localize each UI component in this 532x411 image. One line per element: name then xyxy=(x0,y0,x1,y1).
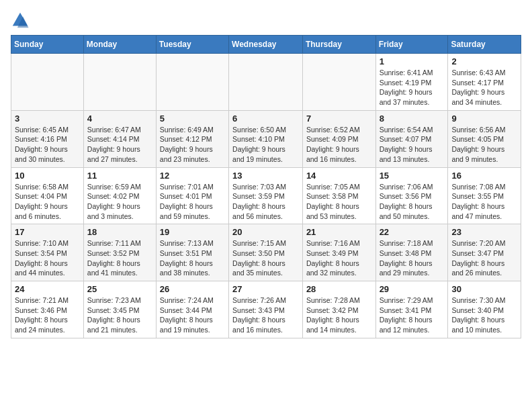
day-info: Sunrise: 7:03 AM Sunset: 3:59 PM Dayligh… xyxy=(232,182,299,222)
day-info: Sunrise: 7:28 AM Sunset: 3:42 PM Dayligh… xyxy=(306,295,372,335)
day-number: 23 xyxy=(451,227,517,237)
day-cell: 4Sunrise: 6:47 AM Sunset: 4:14 PM Daylig… xyxy=(83,110,156,167)
day-number: 14 xyxy=(306,171,372,181)
day-cell: 28Sunrise: 7:28 AM Sunset: 3:42 PM Dayli… xyxy=(302,281,375,338)
header xyxy=(11,11,521,30)
day-number: 6 xyxy=(232,113,299,124)
day-info: Sunrise: 7:21 AM Sunset: 3:46 PM Dayligh… xyxy=(15,295,80,335)
day-cell: 21Sunrise: 7:16 AM Sunset: 3:49 PM Dayli… xyxy=(302,224,375,281)
col-header-thursday: Thursday xyxy=(302,36,375,54)
day-cell: 1Sunrise: 6:41 AM Sunset: 4:19 PM Daylig… xyxy=(375,54,448,111)
day-cell: 18Sunrise: 7:11 AM Sunset: 3:52 PM Dayli… xyxy=(83,224,156,281)
day-number: 18 xyxy=(87,227,152,237)
day-number: 26 xyxy=(160,284,225,294)
day-number: 29 xyxy=(380,284,445,294)
day-info: Sunrise: 7:29 AM Sunset: 3:41 PM Dayligh… xyxy=(380,295,445,335)
week-row-1: 1Sunrise: 6:41 AM Sunset: 4:19 PM Daylig… xyxy=(11,54,521,111)
week-row-2: 3Sunrise: 6:45 AM Sunset: 4:16 PM Daylig… xyxy=(11,110,521,167)
day-number: 3 xyxy=(15,113,80,124)
day-cell: 14Sunrise: 7:05 AM Sunset: 3:58 PM Dayli… xyxy=(302,167,375,224)
day-info: Sunrise: 7:18 AM Sunset: 3:48 PM Dayligh… xyxy=(380,238,445,278)
day-info: Sunrise: 7:24 AM Sunset: 3:44 PM Dayligh… xyxy=(160,295,225,335)
day-cell: 19Sunrise: 7:13 AM Sunset: 3:51 PM Dayli… xyxy=(156,224,228,281)
day-info: Sunrise: 7:30 AM Sunset: 3:40 PM Dayligh… xyxy=(451,295,517,335)
day-number: 11 xyxy=(87,171,152,181)
day-number: 10 xyxy=(15,171,80,181)
day-number: 25 xyxy=(87,284,152,294)
day-cell xyxy=(302,54,375,111)
day-info: Sunrise: 7:26 AM Sunset: 3:43 PM Dayligh… xyxy=(232,295,299,335)
week-row-4: 17Sunrise: 7:10 AM Sunset: 3:54 PM Dayli… xyxy=(11,224,521,281)
day-number: 22 xyxy=(380,227,445,237)
day-cell: 20Sunrise: 7:15 AM Sunset: 3:50 PM Dayli… xyxy=(229,224,303,281)
day-cell: 2Sunrise: 6:43 AM Sunset: 4:17 PM Daylig… xyxy=(448,54,521,111)
calendar-table: SundayMondayTuesdayWednesdayThursdayFrid… xyxy=(11,35,521,338)
day-number: 13 xyxy=(232,171,299,181)
logo-icon xyxy=(11,11,30,30)
day-cell: 26Sunrise: 7:24 AM Sunset: 3:44 PM Dayli… xyxy=(156,281,228,338)
day-info: Sunrise: 7:08 AM Sunset: 3:55 PM Dayligh… xyxy=(451,182,517,222)
day-cell xyxy=(83,54,156,111)
calendar-header: SundayMondayTuesdayWednesdayThursdayFrid… xyxy=(11,36,521,54)
day-cell: 23Sunrise: 7:20 AM Sunset: 3:47 PM Dayli… xyxy=(448,224,521,281)
col-header-monday: Monday xyxy=(83,36,156,54)
day-cell: 30Sunrise: 7:30 AM Sunset: 3:40 PM Dayli… xyxy=(448,281,521,338)
day-info: Sunrise: 6:41 AM Sunset: 4:19 PM Dayligh… xyxy=(380,68,445,107)
day-info: Sunrise: 7:11 AM Sunset: 3:52 PM Dayligh… xyxy=(87,238,152,278)
day-info: Sunrise: 6:49 AM Sunset: 4:12 PM Dayligh… xyxy=(160,125,225,165)
week-row-3: 10Sunrise: 6:58 AM Sunset: 4:04 PM Dayli… xyxy=(11,167,521,224)
day-number: 2 xyxy=(451,56,517,66)
day-info: Sunrise: 7:20 AM Sunset: 3:47 PM Dayligh… xyxy=(451,238,517,278)
day-info: Sunrise: 6:43 AM Sunset: 4:17 PM Dayligh… xyxy=(451,68,517,107)
col-header-wednesday: Wednesday xyxy=(229,36,303,54)
day-info: Sunrise: 6:45 AM Sunset: 4:16 PM Dayligh… xyxy=(15,125,80,165)
day-cell xyxy=(11,54,84,111)
day-number: 19 xyxy=(160,227,225,237)
day-number: 15 xyxy=(380,171,445,181)
day-info: Sunrise: 7:15 AM Sunset: 3:50 PM Dayligh… xyxy=(232,238,299,278)
day-number: 21 xyxy=(306,227,372,237)
day-info: Sunrise: 7:13 AM Sunset: 3:51 PM Dayligh… xyxy=(160,238,225,278)
day-number: 7 xyxy=(306,113,372,124)
day-number: 24 xyxy=(15,284,80,294)
day-number: 5 xyxy=(160,113,225,124)
day-cell: 8Sunrise: 6:54 AM Sunset: 4:07 PM Daylig… xyxy=(375,110,448,167)
day-cell: 29Sunrise: 7:29 AM Sunset: 3:41 PM Dayli… xyxy=(375,281,448,338)
day-info: Sunrise: 6:56 AM Sunset: 4:05 PM Dayligh… xyxy=(451,125,517,165)
day-cell: 25Sunrise: 7:23 AM Sunset: 3:45 PM Dayli… xyxy=(83,281,156,338)
day-cell: 13Sunrise: 7:03 AM Sunset: 3:59 PM Dayli… xyxy=(229,167,303,224)
day-cell: 22Sunrise: 7:18 AM Sunset: 3:48 PM Dayli… xyxy=(375,224,448,281)
day-info: Sunrise: 6:47 AM Sunset: 4:14 PM Dayligh… xyxy=(87,125,152,165)
day-cell: 15Sunrise: 7:06 AM Sunset: 3:56 PM Dayli… xyxy=(375,167,448,224)
day-number: 27 xyxy=(232,284,299,294)
day-number: 17 xyxy=(15,227,80,237)
day-cell: 6Sunrise: 6:50 AM Sunset: 4:10 PM Daylig… xyxy=(229,110,303,167)
day-cell: 7Sunrise: 6:52 AM Sunset: 4:09 PM Daylig… xyxy=(302,110,375,167)
day-info: Sunrise: 6:59 AM Sunset: 4:02 PM Dayligh… xyxy=(87,182,152,222)
col-header-friday: Friday xyxy=(375,36,448,54)
day-number: 8 xyxy=(380,113,445,124)
day-number: 4 xyxy=(87,113,152,124)
day-number: 1 xyxy=(380,56,445,66)
day-cell: 11Sunrise: 6:59 AM Sunset: 4:02 PM Dayli… xyxy=(83,167,156,224)
day-info: Sunrise: 6:54 AM Sunset: 4:07 PM Dayligh… xyxy=(380,125,445,165)
day-number: 28 xyxy=(306,284,372,294)
day-info: Sunrise: 6:58 AM Sunset: 4:04 PM Dayligh… xyxy=(15,182,80,222)
day-number: 12 xyxy=(160,171,225,181)
day-info: Sunrise: 6:50 AM Sunset: 4:10 PM Dayligh… xyxy=(232,125,299,165)
day-cell: 9Sunrise: 6:56 AM Sunset: 4:05 PM Daylig… xyxy=(448,110,521,167)
day-info: Sunrise: 7:01 AM Sunset: 4:01 PM Dayligh… xyxy=(160,182,225,222)
day-cell: 3Sunrise: 6:45 AM Sunset: 4:16 PM Daylig… xyxy=(11,110,84,167)
day-info: Sunrise: 7:23 AM Sunset: 3:45 PM Dayligh… xyxy=(87,295,152,335)
day-info: Sunrise: 7:05 AM Sunset: 3:58 PM Dayligh… xyxy=(306,182,372,222)
day-number: 16 xyxy=(451,171,517,181)
day-info: Sunrise: 7:16 AM Sunset: 3:49 PM Dayligh… xyxy=(306,238,372,278)
col-header-saturday: Saturday xyxy=(448,36,521,54)
day-info: Sunrise: 7:06 AM Sunset: 3:56 PM Dayligh… xyxy=(380,182,445,222)
day-cell xyxy=(156,54,228,111)
day-cell: 17Sunrise: 7:10 AM Sunset: 3:54 PM Dayli… xyxy=(11,224,84,281)
day-number: 30 xyxy=(451,284,517,294)
day-info: Sunrise: 7:10 AM Sunset: 3:54 PM Dayligh… xyxy=(15,238,80,278)
day-cell: 24Sunrise: 7:21 AM Sunset: 3:46 PM Dayli… xyxy=(11,281,84,338)
logo xyxy=(11,11,32,30)
